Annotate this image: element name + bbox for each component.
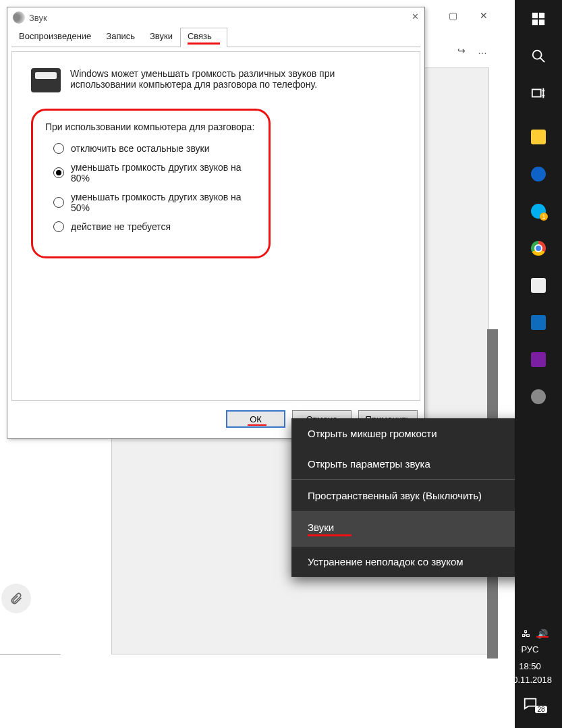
chrome-icon[interactable] xyxy=(515,229,562,267)
ok-button-label: ОК xyxy=(250,414,262,424)
onenote-icon[interactable] xyxy=(515,341,562,378)
radio-do-nothing[interactable]: действие не требуется xyxy=(53,221,256,232)
tab-communications-label: Связь xyxy=(188,31,212,41)
volume-icon[interactable]: 🔊 xyxy=(537,629,548,639)
task-view-icon[interactable] xyxy=(515,74,562,111)
attach-button[interactable] xyxy=(1,584,31,613)
menu-item-text: Звуки xyxy=(308,522,334,533)
red-underline-annotation xyxy=(188,43,220,45)
app-icon[interactable] xyxy=(515,378,562,415)
menu-item-label: Открыть параметры звука xyxy=(308,458,430,470)
group-label: При использовании компьютера для разгово… xyxy=(45,121,256,132)
options-group: При использовании компьютера для разгово… xyxy=(31,109,271,258)
tray-expand-icon[interactable]: ‹ xyxy=(512,629,515,639)
action-center-icon[interactable]: 28 xyxy=(507,692,554,716)
panel-description: Windows может уменьшать громкость различ… xyxy=(70,68,401,90)
taskbar: 1 ‹ 🖧 🔊 РУС 18:50 30.11.2018 28 xyxy=(515,0,562,728)
clock-time: 18:50 xyxy=(508,660,552,673)
network-icon[interactable]: 🖧 xyxy=(522,629,530,639)
tab-recording[interactable]: Запись xyxy=(99,28,142,47)
radio-label: действие не требуется xyxy=(71,221,171,232)
radio-label: уменьшать громкость других звуков на 80% xyxy=(71,162,256,184)
monitor-app-icon[interactable] xyxy=(515,267,562,304)
radio-icon xyxy=(53,197,64,208)
radio-mute-all[interactable]: отключить все остальные звуки xyxy=(53,143,256,154)
start-icon[interactable] xyxy=(515,0,562,37)
tab-panel: Windows может уменьшать громкость различ… xyxy=(11,51,420,401)
radio-icon xyxy=(53,143,64,154)
radio-icon xyxy=(53,167,64,178)
svg-point-4 xyxy=(533,50,542,59)
speaker-icon xyxy=(13,11,25,24)
bg-maximize-button[interactable]: ▢ xyxy=(437,0,468,30)
dialog-titlebar[interactable]: Звук ✕ xyxy=(7,7,424,28)
radio-label: уменьшать громкость других звуков на 50% xyxy=(71,192,256,213)
bg-close-button[interactable]: ✕ xyxy=(468,0,499,30)
dialog-close-button[interactable]: ✕ xyxy=(412,11,419,22)
tab-communications[interactable]: Связь xyxy=(180,28,227,47)
red-underline-annotation xyxy=(308,534,352,536)
phone-icon xyxy=(31,68,61,92)
menu-item-label: Звуки xyxy=(308,522,352,536)
clock-date: 30.11.2018 xyxy=(508,673,552,687)
svg-line-5 xyxy=(540,57,544,61)
radio-icon xyxy=(53,221,64,232)
sound-dialog: Звук ✕ Воспроизведение Запись Звуки Связ… xyxy=(7,7,425,439)
file-explorer-icon[interactable] xyxy=(515,118,562,155)
paperclip-icon xyxy=(9,592,23,605)
skype-icon[interactable]: 1 xyxy=(515,192,562,229)
svg-rect-6 xyxy=(532,89,541,96)
clock[interactable]: 18:50 30.11.2018 xyxy=(508,660,552,686)
tab-strip: Воспроизведение Запись Звуки Связь xyxy=(11,28,420,47)
svg-rect-0 xyxy=(532,12,538,18)
notification-badge: 28 xyxy=(535,706,546,713)
svg-rect-1 xyxy=(539,12,544,18)
divider xyxy=(0,654,61,655)
ok-button[interactable]: ОК xyxy=(226,410,285,428)
outlook-icon[interactable] xyxy=(515,304,562,341)
radio-label: отключить все остальные звуки xyxy=(71,143,209,154)
red-underline-annotation xyxy=(248,424,266,426)
share-icon[interactable]: ↪ xyxy=(457,45,466,56)
dialog-title: Звук xyxy=(29,13,47,23)
system-tray: ‹ 🖧 🔊 РУС 18:50 30.11.2018 28 xyxy=(498,622,562,728)
svg-rect-3 xyxy=(539,19,544,24)
more-icon[interactable]: … xyxy=(478,45,487,56)
menu-item-label: Пространственный звук (Выключить) xyxy=(308,490,482,501)
tab-sounds[interactable]: Звуки xyxy=(142,28,180,47)
svg-rect-2 xyxy=(532,19,538,24)
edge-icon[interactable] xyxy=(515,155,562,192)
menu-item-label: Устранение неполадок со звуком xyxy=(308,556,463,567)
tab-playback[interactable]: Воспроизведение xyxy=(11,28,99,47)
red-underline-annotation xyxy=(536,636,549,638)
radio-reduce-80[interactable]: уменьшать громкость других звуков на 80% xyxy=(53,162,256,184)
language-indicator[interactable]: РУС xyxy=(521,644,538,654)
search-icon[interactable] xyxy=(515,37,562,74)
radio-reduce-50[interactable]: уменьшать громкость других звуков на 50% xyxy=(53,192,256,213)
menu-item-label: Открыть микшер громкости xyxy=(308,428,437,439)
